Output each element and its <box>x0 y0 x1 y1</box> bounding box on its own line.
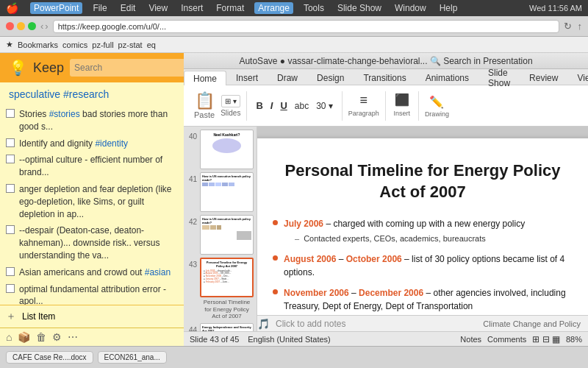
menu-insert[interactable]: Insert <box>178 3 206 13</box>
slide-thumb-41[interactable]: 41 How is US executive branch policy mad… <box>187 172 254 212</box>
tab-draw[interactable]: Draw <box>268 70 307 85</box>
refresh-icon[interactable]: ↻ <box>564 21 572 32</box>
bold-button[interactable]: B <box>253 99 265 113</box>
tab-home[interactable]: Home <box>184 71 226 85</box>
paste-button[interactable]: 📋 Paste <box>190 91 219 121</box>
taskbar-item-cafe[interactable]: CAFE Case Re....docx <box>6 351 93 364</box>
checkbox[interactable] <box>6 138 15 147</box>
tab-design[interactable]: Design <box>307 70 354 85</box>
clock-display: Wed 11:56 AM <box>529 4 582 13</box>
notes-button[interactable]: Notes <box>460 335 481 344</box>
ppt-tabs: Home Insert Draw Design Transitions Anim… <box>184 69 588 85</box>
list-item: --despair (Deaton-case, deaton-kahneman)… <box>6 222 178 263</box>
forward-icon[interactable]: › <box>45 21 48 32</box>
archive-icon[interactable]: 📦 <box>18 331 30 343</box>
more-icon[interactable]: ⋯ <box>68 331 78 343</box>
tab-review[interactable]: Review <box>520 70 567 85</box>
notes-add-icon[interactable]: 🎵 <box>257 318 270 330</box>
keep-items-list: Stories #stories bad stories more than g… <box>0 103 184 305</box>
trash-icon[interactable]: 🗑 <box>36 331 46 343</box>
ppt-status-bar: Slide 43 of 45 English (United States) N… <box>184 331 588 346</box>
tab-insert[interactable]: Insert <box>226 70 268 85</box>
font-size-input[interactable]: 30 ▾ <box>313 99 336 113</box>
slide-number: 44 <box>187 326 197 331</box>
bookmark-pz-full[interactable]: pz-full <box>92 40 113 49</box>
bullet-dot <box>273 220 278 225</box>
bookmark-bookmarks[interactable]: Bookmarks <box>18 40 58 49</box>
checkbox[interactable] <box>6 225 15 234</box>
expand-button[interactable] <box>28 22 36 30</box>
checkbox[interactable] <box>6 155 15 163</box>
item-text: Stories #stories bad stories more than g… <box>19 108 178 133</box>
menu-format[interactable]: Format <box>213 3 247 13</box>
settings-icon[interactable]: ⚙ <box>52 331 62 343</box>
drawing-label: Drawing <box>425 110 449 118</box>
view-icons[interactable]: ⊞ ⊟ ▦ <box>532 334 560 344</box>
bookmark-comics[interactable]: comics <box>62 40 87 49</box>
bookmark-icon: ★ <box>6 40 13 49</box>
menu-view[interactable]: View <box>146 3 171 13</box>
slide-number: 42 <box>187 218 197 226</box>
keep-research-link[interactable]: #research <box>63 88 109 100</box>
bookmark-eq[interactable]: eq <box>147 40 156 49</box>
underline-button[interactable]: U <box>277 99 290 113</box>
slide-number: 41 <box>187 175 197 183</box>
insert-button[interactable]: ⬛ <box>392 91 412 108</box>
menu-slideshow[interactable]: Slide Show <box>334 3 384 13</box>
bullet-dot <box>273 255 278 261</box>
bookmarks-bar: ★ Bookmarks comics pz-full pz-stat eq <box>0 37 588 53</box>
checkbox[interactable] <box>6 184 15 193</box>
checkbox[interactable] <box>6 284 15 293</box>
slide-thumb-43[interactable]: 43 Personal Timeline for Energy Policy A… <box>187 258 254 320</box>
zoom-level: 88% <box>566 335 582 344</box>
date-label: July 2006 <box>284 219 323 229</box>
menu-powerpoint[interactable]: PowerPoint <box>30 2 82 14</box>
list-item: Asian americans and crowd out #asian <box>6 264 178 281</box>
menu-arrange[interactable]: Arrange <box>254 2 293 14</box>
keep-search-input[interactable] <box>70 59 184 77</box>
back-icon[interactable]: ‹ <box>40 21 43 32</box>
address-bar[interactable]: https://keep.google.com/u/0/... <box>53 20 559 33</box>
menu-tools[interactable]: Tools <box>301 3 327 13</box>
italic-button[interactable]: I <box>268 99 276 113</box>
slide-thumb-44[interactable]: 44 Energy Independence and Security Act … <box>187 323 254 331</box>
click-to-add-notes[interactable]: Click to add notes <box>276 319 345 329</box>
minimize-button[interactable] <box>17 22 25 30</box>
menu-help[interactable]: Help <box>437 3 461 13</box>
slide-thumb-42[interactable]: 42 How is US executive branch policy mad… <box>187 215 254 255</box>
add-icon[interactable]: ＋ <box>6 310 16 323</box>
tab-transitions[interactable]: Transitions <box>354 70 415 85</box>
checkbox[interactable] <box>6 109 15 118</box>
item-text: Identify and dignity #identity <box>19 138 128 150</box>
tab-slideshow[interactable]: Slide Show <box>478 70 520 85</box>
date-label: October 2006 <box>346 254 402 264</box>
apple-menu[interactable]: 🍎 <box>6 2 18 14</box>
tab-animations[interactable]: Animations <box>416 70 478 85</box>
checkbox[interactable] <box>6 267 15 276</box>
strikethrough-button[interactable]: abc <box>292 99 312 113</box>
bullet-item: July 2006 – charged with coming up with … <box>273 217 573 245</box>
share-icon[interactable]: ↑ <box>578 21 583 32</box>
new-slide-button[interactable]: ⊞ ▾ <box>221 95 240 107</box>
ppt-area: AutoSave ● vassar-climate-change-behavio… <box>184 53 588 346</box>
slide-thumb-40[interactable]: 40 Neel Kashkari? <box>187 130 254 169</box>
menu-edit[interactable]: Edit <box>118 3 139 13</box>
slide-number: 43 <box>187 261 197 269</box>
menu-file[interactable]: File <box>90 3 110 13</box>
slide-preview-active: Personal Timeline for Energy Policy Act … <box>200 258 254 297</box>
tab-view[interactable]: View <box>567 70 588 85</box>
list-item-label: List Item <box>22 311 55 323</box>
paragraph-button[interactable]: ≡ <box>357 91 371 110</box>
comments-button[interactable]: Comments <box>487 335 526 344</box>
taskbar: CAFE Case Re....docx ECON261_ana... <box>0 346 588 368</box>
menu-window[interactable]: Window <box>392 3 429 13</box>
ppt-title-bar: AutoSave ● vassar-climate-change-behavio… <box>184 53 588 69</box>
close-button[interactable] <box>6 22 14 30</box>
bookmark-pz-stat[interactable]: pz-stat <box>118 40 143 49</box>
slide-canvas[interactable]: Personal Timeline for Energy Policy Act … <box>257 138 588 315</box>
window-controls <box>6 22 36 30</box>
drawing-button[interactable]: ✏️ <box>426 93 447 110</box>
home-icon[interactable]: ⌂ <box>6 331 12 343</box>
taskbar-item-econ[interactable]: ECON261_ana... <box>98 351 167 364</box>
item-text: anger depletion and fear depletion (like… <box>19 183 178 220</box>
